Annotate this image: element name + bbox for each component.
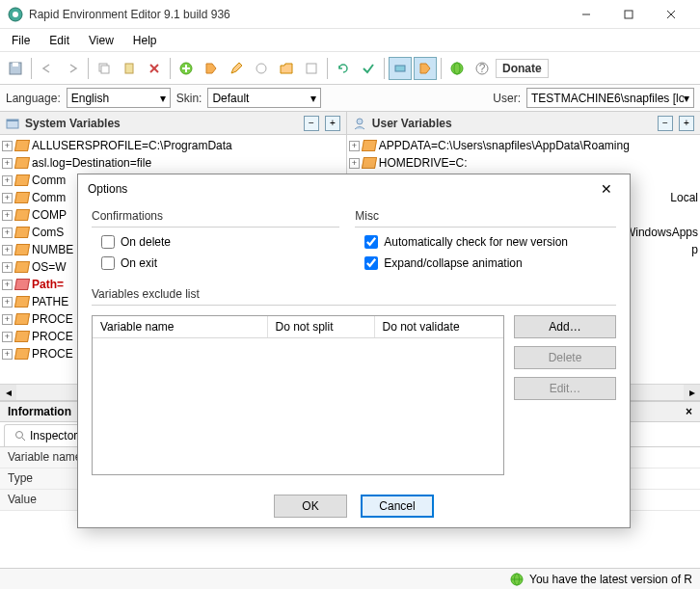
exclude-listbox[interactable]: Variable name Do not split Do not valida… [92, 315, 504, 475]
edit-button[interactable]: Edit… [514, 377, 616, 400]
misc-group-title: Misc [355, 209, 616, 228]
col-do-not-validate[interactable]: Do not validate [375, 316, 504, 337]
dialog-close-icon[interactable]: ✕ [593, 177, 620, 201]
dialog-titlebar: Options ✕ [78, 174, 630, 203]
on-delete-checkbox[interactable]: On delete [101, 235, 339, 249]
exclude-list-title: Variables exclude list [92, 287, 616, 306]
add-button[interactable]: Add… [514, 315, 616, 338]
auto-check-checkbox[interactable]: Automatically check for new version [364, 235, 616, 249]
options-dialog: Options ✕ Confirmations On delete On exi… [77, 174, 631, 528]
on-exit-checkbox[interactable]: On exit [101, 256, 339, 270]
ok-button[interactable]: OK [274, 495, 347, 518]
dialog-title: Options [88, 182, 593, 196]
expand-anim-checkbox[interactable]: Expand/collapse animation [364, 256, 616, 270]
confirmations-group-title: Confirmations [92, 209, 339, 228]
col-variable-name[interactable]: Variable name [93, 316, 268, 337]
cancel-button[interactable]: Cancel [361, 495, 434, 518]
col-do-not-split[interactable]: Do not split [268, 316, 375, 337]
delete-button[interactable]: Delete [514, 346, 616, 369]
